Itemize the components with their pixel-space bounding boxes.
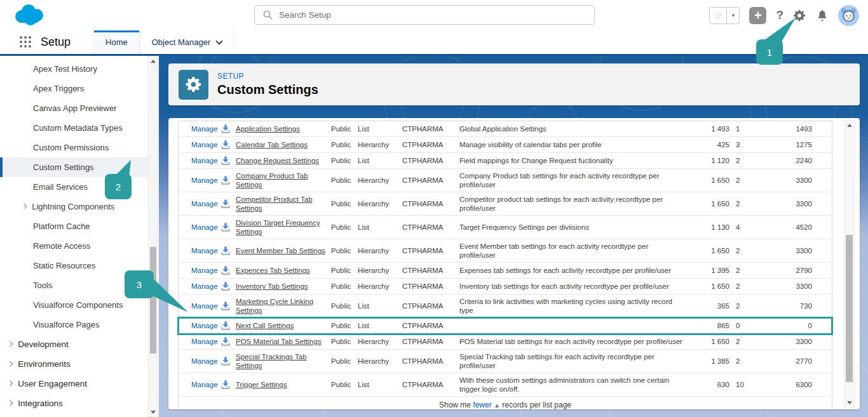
sidebar-item-custom-metadata-types[interactable]: Custom Metadata Types [0,118,148,138]
help-icon[interactable]: ? [776,8,783,22]
manage-link[interactable]: Manage [191,199,220,208]
sidebar-item-visualforce-pages[interactable]: Visualforce Pages [0,315,148,334]
namespace-cell: CTPHARMA [402,282,459,291]
scroll-up-icon[interactable] [844,121,854,129]
list-scrollbar[interactable] [844,120,855,407]
notifications-bell-icon[interactable] [816,9,829,22]
sidebar-item-visualforce-components[interactable]: Visualforce Components [0,295,148,315]
favorites-dropdown-icon[interactable]: ▾ [727,7,740,24]
sidebar-item-development[interactable]: Development [0,334,148,354]
sidebar-scrollbar[interactable] [148,56,158,417]
download-icon[interactable] [220,321,236,331]
manage-link[interactable]: Manage [191,321,220,330]
sidebar-scroll-thumb[interactable] [150,247,156,354]
manage-link[interactable]: Manage [191,337,220,346]
scroll-up-icon[interactable] [149,56,158,65]
table-row: ManageInventory Tab SettingsPublicHierar… [179,279,832,295]
records-cell: 4 [729,223,754,232]
download-icon[interactable] [220,246,236,256]
sidebar-item-custom-permissions[interactable]: Custom Permissions [0,138,148,157]
manage-link[interactable]: Manage [191,176,220,185]
scroll-down-icon[interactable] [149,407,158,416]
user-avatar[interactable] [838,5,859,26]
sidebar-item-apex-test-history[interactable]: Apex Test History [0,59,148,79]
sidebar-item-custom-settings[interactable]: Custom Settings [0,157,148,177]
setting-label-link[interactable]: Trigger Settings [236,380,331,389]
custom-settings-list-card: ManageApplication SettingsPublicListCTPH… [168,118,860,409]
sidebar-item-label: Environments [18,359,71,369]
download-icon[interactable] [220,156,236,166]
tab-object-manager[interactable]: Object Manager [140,30,234,54]
setting-label-link[interactable]: POS Material Tab Settings [236,337,331,346]
scroll-down-icon[interactable] [844,398,854,407]
app-launcher-icon[interactable] [19,36,32,48]
download-icon[interactable] [220,380,236,390]
favorites-star-icon[interactable]: ☆ [709,7,727,24]
setting-label-link[interactable]: Change Request Settings [236,156,331,165]
manage-link[interactable]: Manage [191,223,220,232]
table-row: ManageChange Request SettingsPublicListC… [179,153,832,169]
search-input[interactable] [279,10,594,20]
list-scroll-thumb[interactable] [846,235,853,382]
manage-link[interactable]: Manage [191,380,220,389]
global-add-icon[interactable]: + [749,7,766,24]
sidebar-item-email-services[interactable]: Email Services [0,177,148,197]
sidebar-item-user-engagement[interactable]: User Engagement [0,374,148,394]
sidebar-item-platform-cache[interactable]: Platform Cache [0,216,148,236]
setting-label-link[interactable]: Division Target Frequency Settings [236,218,331,236]
description-cell: Inventory tab settings for each activity… [459,282,691,291]
setting-label-link[interactable]: Inventory Tab Settings [236,282,331,291]
setting-label-link[interactable]: Company Product Tab Settings [236,171,331,189]
setup-gear-icon[interactable] [793,9,806,22]
manage-link[interactable]: Manage [191,266,220,275]
sidebar-item-lightning-components[interactable]: Lightning Components [0,197,148,216]
manage-link[interactable]: Manage [191,246,220,255]
sidebar-item-environments[interactable]: Environments [0,354,148,374]
namespace-cell: CTPHARMA [402,223,459,232]
download-icon[interactable] [220,222,236,232]
manage-link[interactable]: Manage [191,140,220,149]
description-cell: Competitor product tab settings for each… [459,195,691,213]
manage-link[interactable]: Manage [191,301,220,310]
manage-link[interactable]: Manage [191,124,220,133]
namespace-cell: CTPHARMA [402,176,459,185]
download-icon[interactable] [220,175,236,185]
sidebar-item-canvas-app-previewer[interactable]: Canvas App Previewer [0,98,148,118]
namespace-cell: CTPHARMA [402,357,459,366]
download-icon[interactable] [220,124,236,134]
visibility-cell: Public [331,176,358,185]
setting-label-link[interactable]: Expences Tab Settings [236,266,331,275]
sidebar-item-remote-access[interactable]: Remote Access [0,236,148,256]
download-icon[interactable] [220,265,236,275]
setting-label-link[interactable]: Marketing Cycle Linking Settings [236,297,331,315]
sidebar-item-integrations[interactable]: Integrations [0,394,148,413]
download-icon[interactable] [220,281,236,291]
type-cell: Hierarchy [358,246,402,255]
download-icon[interactable] [220,140,236,150]
setting-label-link[interactable]: Calendar Tab Settings [236,140,331,149]
size-cell: 630 [691,380,729,389]
download-icon[interactable] [220,336,236,347]
visibility-cell: Public [331,282,358,291]
setting-label-link[interactable]: Special Trackings Tab Settings [236,352,331,370]
fewer-link[interactable]: fewer [473,400,491,409]
total-cell: 1275 [754,140,812,149]
manage-link[interactable]: Manage [191,156,220,165]
sidebar-item-apex-triggers[interactable]: Apex Triggers [0,79,148,98]
type-cell: List [358,380,402,389]
records-cell: 2 [729,266,754,275]
download-icon[interactable] [220,356,236,366]
setting-label-link[interactable]: Application Settings [236,124,331,133]
setting-label-link[interactable]: Event Member Tab Settings [236,246,331,255]
download-icon[interactable] [220,301,236,311]
sidebar-item-static-resources[interactable]: Static Resources [0,256,148,275]
download-icon[interactable] [220,199,236,209]
setting-label-link[interactable]: Next Call Settings [236,321,331,330]
tab-home[interactable]: Home [93,30,140,54]
manage-link[interactable]: Manage [191,282,220,291]
setting-label-link[interactable]: Competitor Product Tab Settings [236,195,331,213]
records-cell: 1 [729,124,754,133]
sidebar-item-tools[interactable]: Tools [0,275,148,295]
manage-link[interactable]: Manage [191,357,220,366]
salesforce-logo[interactable] [11,3,47,28]
